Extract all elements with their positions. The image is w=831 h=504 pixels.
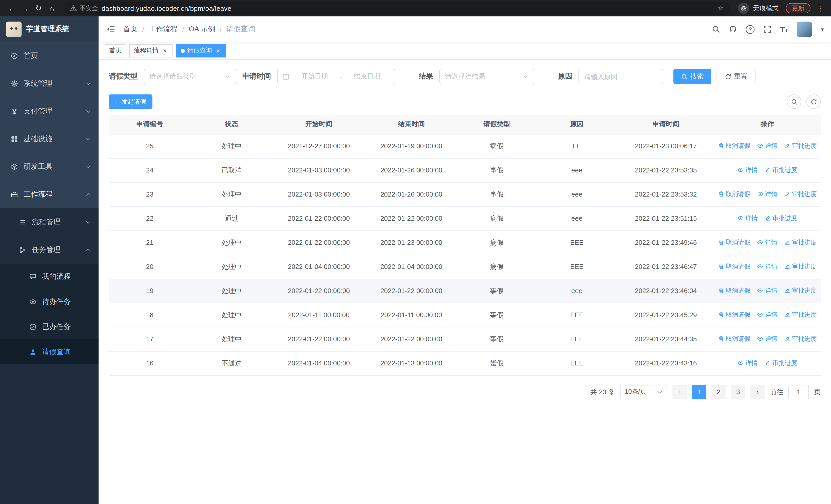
leave-type-select[interactable]: 请选择请假类型: [144, 69, 236, 84]
approval-progress-link[interactable]: 审批进度: [784, 262, 816, 271]
sidebar-item-dev-tools[interactable]: 研发工具: [0, 153, 98, 181]
cell-leave-type: 病假: [458, 206, 536, 231]
search-button[interactable]: 搜索: [674, 69, 711, 84]
detail-link[interactable]: 详情: [757, 287, 777, 295]
bookmark-star-icon[interactable]: ☆: [717, 4, 724, 12]
approval-progress-link[interactable]: 审批进度: [784, 310, 816, 319]
tab-process-detail[interactable]: 流程详情 ×: [130, 44, 173, 57]
github-icon[interactable]: [729, 25, 737, 33]
approval-progress-link[interactable]: 审批进度: [784, 142, 816, 150]
apply-time-range-picker[interactable]: 开始日期 - 结束日期: [277, 69, 395, 84]
sidebar-item-todo-tasks[interactable]: 待办任务: [0, 289, 98, 314]
sidebar-item-task-management[interactable]: 任务管理: [0, 236, 98, 264]
next-page-button[interactable]: ›: [750, 385, 765, 399]
approval-progress-link[interactable]: 审批进度: [784, 190, 816, 199]
page-size-select[interactable]: 10条/页: [620, 385, 667, 399]
cancel-leave-link[interactable]: 取消请假: [718, 142, 750, 150]
tab-home[interactable]: 首页: [105, 44, 126, 57]
detail-link[interactable]: 详情: [757, 310, 777, 319]
cell-status: 处理中: [191, 327, 273, 351]
avatar-caret-icon[interactable]: ▾: [821, 26, 824, 33]
browser-menu-icon[interactable]: ⋮: [814, 4, 826, 12]
cancel-leave-link[interactable]: 取消请假: [718, 287, 750, 295]
edit-icon: [784, 143, 791, 149]
page-button-3[interactable]: 3: [731, 385, 745, 399]
chevron-down-icon: [85, 136, 91, 142]
detail-link[interactable]: 详情: [757, 262, 777, 271]
close-icon[interactable]: ×: [214, 47, 222, 54]
chat-bubble-icon: [29, 273, 37, 280]
user-avatar[interactable]: [797, 22, 812, 37]
breadcrumb-workflow[interactable]: 工作流程: [149, 25, 178, 34]
breadcrumb-current: 请假查询: [226, 25, 255, 34]
cancel-leave-link[interactable]: 取消请假: [718, 238, 750, 247]
reason-input[interactable]: [584, 72, 658, 80]
browser-reload-button[interactable]: ↻: [32, 2, 45, 15]
cell-apply-id: 21: [109, 231, 191, 255]
approval-progress-link[interactable]: 审批进度: [784, 335, 816, 343]
approval-progress-link[interactable]: 审批进度: [765, 359, 797, 367]
detail-link[interactable]: 详情: [738, 166, 757, 175]
sidebar-fold-icon[interactable]: [98, 25, 123, 34]
toggle-search-button[interactable]: [787, 94, 801, 109]
cell-apply-time: 2022-01-22 23:43:16: [618, 351, 714, 375]
breadcrumb-oa-example[interactable]: OA 示例: [189, 25, 215, 34]
prev-page-button[interactable]: ‹: [672, 385, 687, 399]
person-icon: [29, 348, 37, 355]
close-icon[interactable]: ×: [161, 47, 168, 54]
detail-link[interactable]: 详情: [757, 335, 777, 343]
help-icon[interactable]: ?: [746, 25, 754, 34]
search-icon: [681, 73, 688, 80]
cancel-leave-link[interactable]: 取消请假: [718, 262, 750, 271]
cancel-leave-link[interactable]: 取消请假: [718, 310, 750, 319]
tab-leave-query[interactable]: 请假查询 ×: [176, 44, 226, 57]
sidebar-item-leave-query[interactable]: 请假查询: [0, 339, 98, 364]
browser-update-button[interactable]: 更新: [786, 3, 810, 13]
approval-progress-link[interactable]: 审批进度: [784, 287, 816, 295]
detail-link[interactable]: 详情: [757, 190, 777, 199]
refresh-table-button[interactable]: [806, 94, 821, 109]
detail-link[interactable]: 详情: [738, 359, 757, 367]
page-button-2[interactable]: 2: [711, 385, 726, 399]
create-leave-button[interactable]: + 发起请假: [109, 94, 152, 109]
detail-link[interactable]: 详情: [738, 214, 757, 223]
address-bar[interactable]: 不安全 dashboard.yudao.iocoder.cn/bpm/oa/le…: [64, 2, 730, 15]
font-size-icon[interactable]: TT: [780, 25, 788, 33]
security-chip[interactable]: 不安全: [70, 4, 98, 12]
approval-progress-link[interactable]: 审批进度: [784, 238, 816, 247]
browser-home-button[interactable]: ⌂: [45, 2, 58, 15]
table-row: 18 处理中 2022-01-11 00:00:00 2022-01-11 00…: [109, 303, 821, 327]
detail-link[interactable]: 详情: [757, 142, 777, 150]
page-button-1[interactable]: 1: [692, 385, 706, 399]
cell-reason: eee: [536, 182, 618, 206]
app-logo[interactable]: 芋道管理系统: [0, 17, 98, 42]
sidebar-item-infrastructure[interactable]: 基础设施: [0, 125, 98, 153]
sidebar-item-workflow[interactable]: 工作流程: [0, 181, 98, 208]
page-size-value: 10条/页: [625, 387, 647, 396]
browser-forward-button[interactable]: →: [19, 2, 32, 15]
sidebar-item-system[interactable]: 系统管理: [0, 70, 98, 97]
cell-apply-id: 22: [109, 206, 191, 231]
breadcrumb-home[interactable]: 首页: [123, 25, 138, 34]
result-placeholder: 请选择流结果: [445, 72, 485, 81]
approval-progress-link[interactable]: 审批进度: [765, 166, 797, 175]
cancel-leave-link[interactable]: 取消请假: [718, 190, 750, 199]
sidebar-item-my-process[interactable]: 我的流程: [0, 264, 98, 289]
goto-page-input[interactable]: [789, 385, 809, 399]
sidebar-item-home[interactable]: 首页: [0, 42, 98, 70]
detail-link[interactable]: 详情: [757, 238, 777, 247]
header-search-icon[interactable]: [712, 25, 720, 33]
approval-progress-link[interactable]: 审批进度: [765, 214, 797, 223]
fullscreen-icon[interactable]: [763, 25, 771, 33]
sidebar-item-done-tasks[interactable]: 已办任务: [0, 314, 98, 339]
reset-button[interactable]: 重置: [717, 69, 755, 84]
cell-reason: EEE: [536, 255, 618, 279]
cell-apply-time: 2022-01-22 23:53:35: [618, 158, 714, 182]
sidebar-item-process-management[interactable]: 流程管理: [0, 208, 98, 236]
cell-status: 处理中: [191, 182, 273, 206]
cancel-leave-link[interactable]: 取消请假: [718, 335, 750, 343]
result-select[interactable]: 请选择流结果: [439, 69, 534, 84]
col-end-time: 结束时间: [365, 115, 458, 134]
sidebar-item-payment[interactable]: ¥ 支付管理: [0, 97, 98, 125]
browser-back-button[interactable]: ←: [5, 2, 19, 15]
